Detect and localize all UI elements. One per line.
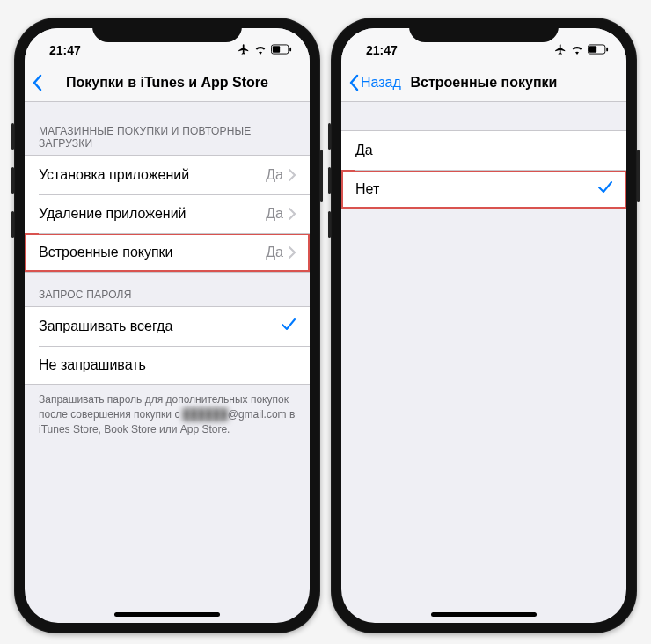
status-time: 21:47 <box>49 43 81 57</box>
phone-frame-left: 21:47 Покупки в iTunes и App Store <box>14 18 320 633</box>
row-label: Встроенные покупки <box>39 245 266 260</box>
airplane-icon <box>554 43 567 58</box>
group-inapp-options: Да Нет <box>341 130 626 209</box>
status-time: 21:47 <box>366 43 398 57</box>
screen-left: 21:47 Покупки в iTunes и App Store <box>25 28 310 623</box>
row-label: Установка приложений <box>39 167 266 183</box>
battery-icon <box>588 43 609 57</box>
content-left: МАГАЗИННЫЕ ПОКУПКИ И ПОВТОРНЫЕ ЗАГРУЗКИ … <box>25 102 310 442</box>
section-header-store: МАГАЗИННЫЕ ПОКУПКИ И ПОВТОРНЫЕ ЗАГРУЗКИ <box>25 109 310 155</box>
row-option-no[interactable]: Нет <box>341 170 626 209</box>
row-value: Да <box>266 245 283 260</box>
notch <box>92 18 242 42</box>
screen-right: 21:47 Назад Встроенные покупки <box>341 28 626 623</box>
chevron-right-icon <box>289 169 296 181</box>
status-right <box>238 43 292 58</box>
phone-frame-right: 21:47 Назад Встроенные покупки <box>331 18 637 633</box>
row-label: Запрашивать всегда <box>39 318 282 334</box>
back-button[interactable] <box>32 74 44 91</box>
group-password-request: Запрашивать всегда Не запрашивать <box>25 306 310 385</box>
nav-bar: Покупки в iTunes и App Store <box>25 63 310 102</box>
chevron-right-icon <box>289 246 296 259</box>
home-indicator <box>431 612 537 617</box>
status-right <box>554 43 609 58</box>
airplane-icon <box>238 43 250 58</box>
notch <box>409 18 559 42</box>
row-dont-ask[interactable]: Не запрашивать <box>25 346 310 384</box>
row-in-app-purchases[interactable]: Встроенные покупки Да <box>25 233 310 272</box>
nav-bar: Назад Встроенные покупки <box>341 63 626 102</box>
row-value: Да <box>266 167 283 183</box>
row-delete-apps[interactable]: Удаление приложений Да <box>25 194 310 233</box>
svg-rect-5 <box>606 48 608 52</box>
row-always-ask[interactable]: Запрашивать всегда <box>25 307 310 346</box>
svg-rect-1 <box>273 46 280 52</box>
svg-rect-4 <box>589 46 596 52</box>
page-title: Покупки в iTunes и App Store <box>25 75 310 91</box>
checkmark-icon <box>598 181 612 197</box>
back-button[interactable]: Назад <box>348 74 401 91</box>
row-label: Нет <box>355 181 598 197</box>
home-indicator <box>114 612 220 617</box>
row-value: Да <box>266 206 283 222</box>
wifi-icon <box>253 43 267 57</box>
content-right: Да Нет <box>341 102 626 209</box>
svg-rect-2 <box>289 48 291 52</box>
row-label: Удаление приложений <box>39 206 266 222</box>
chevron-right-icon <box>289 208 296 220</box>
section-header-password: ЗАПРОС ПАРОЛЯ <box>25 273 310 306</box>
wifi-icon <box>570 43 584 57</box>
row-option-yes[interactable]: Да <box>341 131 626 170</box>
battery-icon <box>271 43 292 57</box>
checkmark-icon <box>282 318 296 334</box>
back-label: Назад <box>361 75 401 91</box>
row-label: Не запрашивать <box>39 357 296 373</box>
group-store-purchases: Установка приложений Да Удаление приложе… <box>25 155 310 273</box>
row-label: Да <box>355 143 612 158</box>
section-footer-password: Запрашивать пароль для дополнительных по… <box>25 385 310 442</box>
row-install-apps[interactable]: Установка приложений Да <box>25 156 310 194</box>
